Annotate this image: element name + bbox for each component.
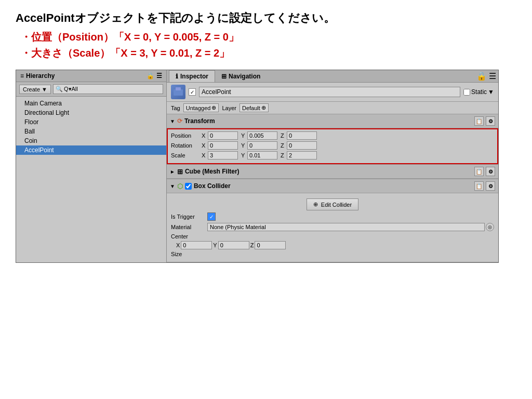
bullet2: ・大きさ（Scale）「X = 3, Y = 0.01, Z = 2」 — [21, 46, 516, 60]
tag-dropdown-icon: ⊕ — [211, 104, 216, 111]
position-row: Position X Y Z — [171, 131, 494, 140]
rot-y-label: Y — [241, 142, 247, 149]
unity-editor: ≡ Hierarchy 🔒 ☰ Create ▼ 🔍 Q▾All Main Ca… — [16, 70, 499, 263]
hierarchy-icon: ≡ — [20, 72, 24, 79]
rot-x-input[interactable] — [208, 141, 238, 150]
center-y-input[interactable] — [218, 241, 249, 249]
pos-y-label: Y — [241, 132, 247, 139]
transform-settings-btn[interactable]: ⚙ — [486, 116, 495, 126]
box-collider-enabled[interactable] — [185, 183, 192, 190]
center-label: Center — [171, 233, 188, 240]
center-z-input[interactable] — [255, 241, 286, 249]
svg-rect-1 — [176, 87, 181, 90]
transform-title: Transform — [184, 117, 215, 125]
mesh-filter-collapse-arrow[interactable]: ► — [170, 169, 175, 175]
transform-copy-btn[interactable]: 📋 — [474, 116, 484, 126]
size-label: Size — [171, 251, 182, 257]
pos-z-input[interactable] — [287, 131, 317, 140]
rot-x-label: X — [202, 142, 208, 149]
info-icon: ℹ — [176, 73, 178, 80]
list-item[interactable]: Ball — [16, 127, 166, 136]
tag-label: Tag — [171, 105, 180, 111]
mesh-filter-settings-btn[interactable]: ⚙ — [486, 167, 495, 176]
size-label-row: Size — [171, 251, 494, 257]
search-placeholder: Q▾All — [64, 86, 78, 92]
object-enabled-checkbox[interactable]: ✓ — [189, 88, 196, 96]
static-dropdown-arrow[interactable]: ▼ — [488, 88, 494, 96]
rot-z-input[interactable] — [287, 141, 317, 150]
rot-z-label: Z — [281, 142, 287, 149]
tag-select[interactable]: Untagged ⊕ — [183, 103, 219, 112]
scale-y-input[interactable] — [247, 151, 277, 159]
layer-select[interactable]: Default ⊕ — [240, 103, 269, 112]
box-collider-tools: 📋 ⚙ — [474, 181, 495, 191]
mesh-filter-component: ► ⊞ Cube (Mesh Filter) 📋 ⚙ — [167, 165, 498, 179]
mesh-filter-icon: ⊞ — [177, 168, 183, 176]
lock-icon: 🔒 — [147, 72, 154, 79]
list-item-accelpoint[interactable]: AccelPoint — [16, 145, 166, 155]
tab-inspector[interactable]: ℹ Inspector — [169, 70, 215, 82]
rotation-label: Rotation — [171, 142, 200, 149]
box-collider-copy-btn[interactable]: 📋 — [474, 181, 484, 191]
search-box[interactable]: 🔍 Q▾All — [53, 84, 163, 94]
layer-label: Layer — [222, 105, 236, 111]
nav-icon: ⊞ — [221, 73, 227, 80]
static-checkbox[interactable] — [463, 89, 470, 96]
position-label: Position — [171, 132, 200, 139]
mesh-filter-header: ► ⊞ Cube (Mesh Filter) 📋 ⚙ — [167, 165, 498, 179]
material-row: Material None (Physic Material ◎ — [171, 223, 494, 231]
edit-collider-button[interactable]: ⊕ Edit Collider — [307, 198, 358, 210]
is-trigger-checkbox[interactable]: ✓ — [207, 212, 216, 221]
inspector-tabs: ℹ Inspector ⊞ Navigation 🔒 ☰ — [167, 70, 498, 83]
hierarchy-list: Main Camera Directional Light Floor Ball… — [16, 97, 166, 262]
box-collider-component: ▼ ⬡ Box Collider 📋 ⚙ ⊕ Edit Collider Is … — [167, 179, 498, 262]
box-collider-collapse-arrow[interactable]: ▼ — [170, 183, 175, 189]
edit-collider-label: Edit Collider — [321, 202, 352, 208]
menu-icon: ☰ — [156, 72, 162, 79]
transform-header: ▼ ⟳ Transform 📋 ⚙ — [167, 114, 498, 128]
center-label-row: Center — [171, 233, 494, 240]
edit-collider-icon: ⊕ — [313, 201, 318, 208]
hierarchy-header: ≡ Hierarchy 🔒 ☰ — [16, 70, 166, 82]
transform-collapse-arrow[interactable]: ▼ — [170, 118, 175, 124]
pos-x-input[interactable] — [208, 131, 238, 140]
is-trigger-label: Is Trigger — [171, 214, 207, 220]
create-label: Create ▼ — [23, 86, 47, 92]
mesh-filter-copy-btn[interactable]: 📋 — [474, 167, 484, 176]
inspector-object-header: ✓ AccelPoint Static ▼ — [167, 83, 498, 102]
list-item[interactable]: Directional Light — [16, 108, 166, 117]
rot-y-input[interactable] — [247, 141, 277, 150]
mesh-filter-tools: 📋 ⚙ — [474, 167, 495, 176]
rotation-row: Rotation X Y Z — [171, 141, 494, 150]
static-checkbox-group: Static ▼ — [463, 88, 494, 96]
material-select-btn[interactable]: ◎ — [486, 223, 494, 231]
hierarchy-toolbar: Create ▼ 🔍 Q▾All — [16, 82, 166, 97]
create-button[interactable]: Create ▼ — [19, 85, 51, 94]
mesh-filter-title: Cube (Mesh Filter) — [185, 168, 240, 175]
center-x-input[interactable] — [181, 241, 212, 249]
is-trigger-row: Is Trigger ✓ — [171, 212, 494, 221]
center-xyz-row: X Y Z — [176, 241, 494, 249]
list-item[interactable]: Coin — [16, 136, 166, 145]
inspector-panel-icons: 🔒 ☰ — [476, 71, 496, 81]
material-field[interactable]: None (Physic Material — [207, 223, 485, 231]
center-y-label: Y — [213, 242, 217, 248]
pos-y-input[interactable] — [247, 131, 277, 140]
list-item[interactable]: Floor — [16, 117, 166, 127]
bullet1: ・位置（Position）「X = 0, Y = 0.005, Z = 0」 — [21, 30, 516, 44]
transform-tools: 📋 ⚙ — [474, 116, 495, 126]
pos-x-label: X — [202, 132, 208, 139]
center-x-label: X — [176, 242, 180, 248]
box-collider-settings-btn[interactable]: ⚙ — [486, 181, 495, 191]
static-label: Static — [471, 88, 487, 96]
inspector-panel: ℹ Inspector ⊞ Navigation 🔒 ☰ — [167, 70, 498, 262]
hierarchy-panel-icons: 🔒 ☰ — [147, 72, 162, 79]
scale-x-input[interactable] — [208, 151, 238, 159]
pos-z-label: Z — [281, 132, 287, 139]
layer-dropdown-icon: ⊕ — [261, 104, 266, 111]
list-item[interactable]: Main Camera — [16, 99, 166, 108]
scale-z-input[interactable] — [287, 151, 317, 159]
object-name-field[interactable]: AccelPoint — [199, 87, 460, 97]
menu-icon: ☰ — [489, 71, 496, 81]
tab-navigation[interactable]: ⊞ Navigation — [215, 70, 267, 82]
